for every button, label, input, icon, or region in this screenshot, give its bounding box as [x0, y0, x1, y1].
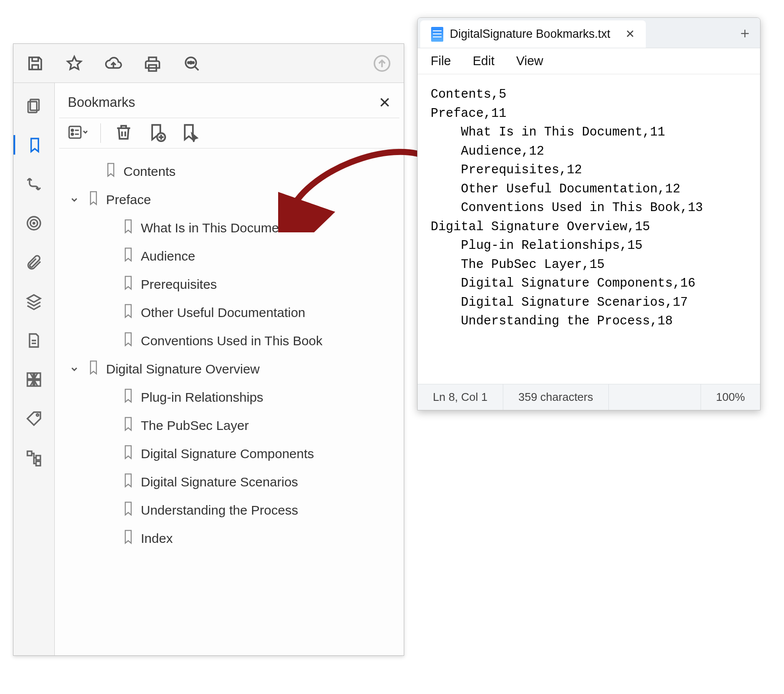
svg-point-14	[37, 414, 39, 416]
bookmark-icon	[122, 219, 134, 237]
layers-icon[interactable]	[24, 291, 44, 311]
bookmark-label: What Is in This Document	[141, 221, 290, 235]
bookmark-item[interactable]: The PubSec Layer	[68, 411, 395, 440]
bookmark-item[interactable]: Index	[68, 524, 395, 552]
svg-rect-15	[27, 451, 32, 456]
bookmark-label: Understanding the Process	[141, 503, 298, 518]
bookmark-cursor-icon[interactable]	[179, 122, 199, 144]
svg-point-19	[71, 129, 73, 132]
menu-view[interactable]: View	[516, 54, 543, 68]
bookmark-label: Other Useful Documentation	[141, 305, 306, 320]
bookmark-item[interactable]: Digital Signature Overview	[68, 355, 395, 383]
bookmark-icon	[122, 445, 134, 463]
bookmark-icon	[122, 416, 134, 434]
svg-rect-17	[36, 461, 40, 466]
chevron-down-icon[interactable]	[68, 364, 81, 374]
save-icon[interactable]	[24, 53, 46, 74]
notepad-tabstrip: DigitalSignature Bookmarks.txt ✕ ＋	[418, 18, 760, 48]
target-icon[interactable]	[24, 213, 44, 233]
bookmark-icon	[122, 529, 134, 547]
bookmark-item[interactable]: Conventions Used in This Book	[68, 327, 395, 355]
chevron-down-icon[interactable]	[68, 195, 81, 205]
bookmarks-title: Bookmarks	[68, 95, 135, 110]
bookmark-icon	[105, 162, 117, 180]
grid-icon[interactable]	[24, 370, 44, 389]
bookmark-icon	[87, 191, 100, 208]
bookmark-icon	[122, 332, 134, 350]
tree-icon[interactable]	[24, 448, 44, 467]
bookmarks-pane: Bookmarks ✕ ContentsPrefaceWhat Is in Th…	[55, 83, 404, 655]
bookmark-label: Index	[141, 531, 173, 546]
status-chars: 359 characters	[503, 384, 609, 410]
document-icon[interactable]	[24, 330, 44, 350]
bookmark-item[interactable]: Digital Signature Scenarios	[68, 468, 395, 496]
bookmark-label: Plug-in Relationships	[141, 390, 263, 405]
bookmark-label: Digital Signature Scenarios	[141, 475, 298, 489]
bookmarks-toolbar	[59, 118, 399, 149]
notepad-content[interactable]: Contents,5 Preface,11 What Is in This Do…	[418, 74, 760, 384]
bookmark-label: Audience	[141, 249, 195, 264]
bookmark-icon	[122, 388, 134, 406]
print-icon[interactable]	[142, 53, 163, 74]
bookmarks-tree: ContentsPrefaceWhat Is in This DocumentA…	[55, 153, 404, 655]
bookmark-icon	[122, 275, 134, 293]
notepad-menu: File Edit View	[418, 48, 760, 74]
bookmark-label: Contents	[123, 164, 176, 179]
add-bookmark-icon[interactable]	[146, 122, 166, 144]
notepad-window: DigitalSignature Bookmarks.txt ✕ ＋ File …	[417, 17, 761, 410]
bookmark-item[interactable]: Plug-in Relationships	[68, 383, 395, 411]
notepad-statusbar: Ln 8, Col 1 359 characters 100%	[418, 384, 760, 410]
svg-point-9	[33, 222, 34, 224]
bookmark-label: The PubSec Layer	[141, 418, 249, 433]
close-tab-icon[interactable]: ✕	[625, 27, 635, 41]
tag-icon[interactable]	[24, 409, 44, 428]
pdf-toolbar	[13, 44, 404, 83]
bookmark-item[interactable]: Other Useful Documentation	[68, 298, 395, 327]
bookmark-icon	[122, 247, 134, 265]
attachment-icon[interactable]	[24, 252, 44, 272]
delete-icon[interactable]	[114, 122, 133, 144]
up-arrow-icon[interactable]	[371, 53, 393, 74]
close-icon[interactable]: ✕	[379, 94, 391, 111]
bookmark-item[interactable]: Understanding the Process	[68, 496, 395, 524]
menu-edit[interactable]: Edit	[473, 54, 495, 68]
pdf-nav-rail	[13, 83, 55, 655]
bookmark-label: Digital Signature Overview	[106, 362, 259, 377]
status-zoom[interactable]: 100%	[701, 384, 761, 410]
bookmark-label: Preface	[106, 192, 151, 207]
notepad-tab[interactable]: DigitalSignature Bookmarks.txt ✕	[420, 20, 646, 48]
bookmarks-icon[interactable]	[13, 135, 54, 155]
svg-point-20	[71, 133, 73, 135]
bookmark-icon	[122, 473, 134, 491]
bookmark-label: Prerequisites	[141, 277, 217, 292]
bookmark-icon	[87, 360, 100, 378]
bookmark-label: Conventions Used in This Book	[141, 334, 322, 348]
svg-point-2	[188, 62, 189, 63]
pages-icon[interactable]	[24, 96, 44, 116]
star-icon[interactable]	[63, 53, 85, 74]
bookmark-item[interactable]: Prerequisites	[68, 270, 395, 298]
bookmark-item[interactable]: Contents	[68, 157, 395, 185]
bookmark-icon	[122, 304, 134, 321]
svg-point-3	[193, 62, 194, 63]
new-tab-button[interactable]: ＋	[730, 18, 760, 48]
bookmark-item[interactable]: Digital Signature Components	[68, 440, 395, 468]
bookmark-label: Digital Signature Components	[141, 446, 314, 461]
search-icon[interactable]	[181, 53, 203, 74]
flow-icon[interactable]	[24, 174, 44, 194]
bookmark-item[interactable]: What Is in This Document	[68, 214, 395, 242]
text-file-icon	[431, 27, 443, 42]
menu-file[interactable]: File	[431, 54, 451, 68]
tab-title: DigitalSignature Bookmarks.txt	[450, 27, 610, 41]
bookmark-item[interactable]: Preface	[68, 185, 395, 214]
bookmark-icon	[122, 501, 134, 519]
pdf-bookmark-panel: Bookmarks ✕ ContentsPrefaceWhat Is in Th…	[13, 43, 404, 656]
svg-rect-16	[36, 456, 40, 460]
cloud-upload-icon[interactable]	[103, 53, 124, 74]
status-position: Ln 8, Col 1	[418, 384, 503, 410]
svg-rect-18	[69, 126, 81, 138]
options-icon[interactable]	[68, 122, 87, 144]
bookmark-item[interactable]: Audience	[68, 242, 395, 270]
